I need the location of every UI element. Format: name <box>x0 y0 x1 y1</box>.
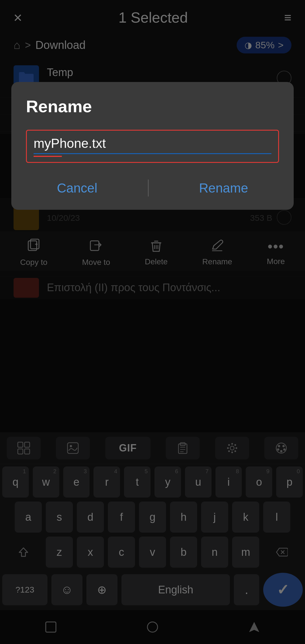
rename-input-wrap <box>26 130 279 163</box>
spell-underline <box>34 156 62 157</box>
rename-input[interactable] <box>34 136 271 154</box>
rename-actions: Cancel Rename <box>26 178 279 198</box>
rename-dialog-title: Rename <box>26 97 279 116</box>
cancel-button[interactable]: Cancel <box>45 178 108 198</box>
rename-dialog: Rename Cancel Rename <box>11 82 294 210</box>
rename-confirm-button[interactable]: Rename <box>188 178 260 198</box>
action-divider <box>148 180 149 196</box>
